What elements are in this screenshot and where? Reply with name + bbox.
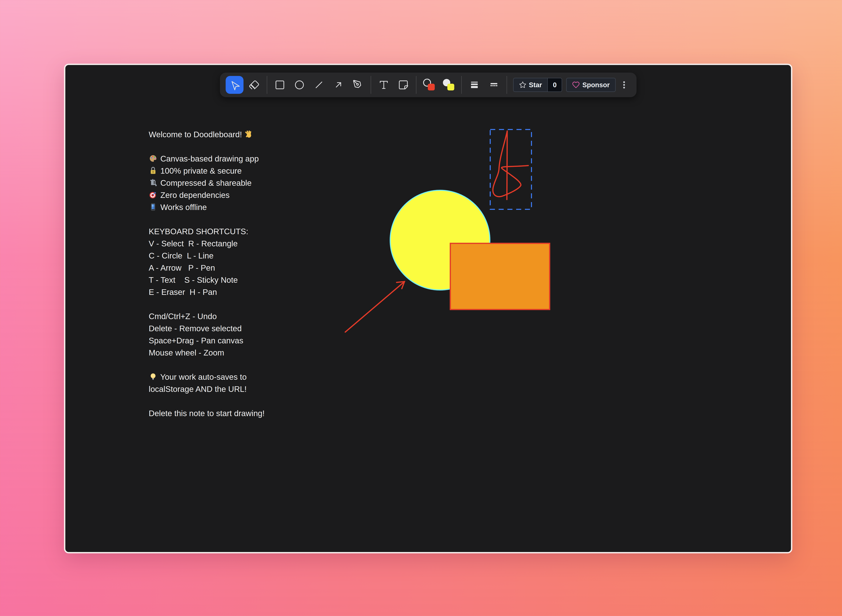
star-label: Star — [529, 81, 542, 89]
kebab-icon — [620, 81, 628, 89]
star-count[interactable]: 0 — [547, 78, 562, 91]
stroke-color-icon — [422, 78, 435, 91]
clamp-emoji — [149, 178, 158, 187]
arrow-icon — [333, 79, 344, 90]
phone-emoji — [149, 202, 158, 211]
line-tool-button[interactable] — [310, 76, 328, 94]
line-icon — [313, 79, 324, 90]
sponsor-button[interactable]: Sponsor — [566, 78, 616, 92]
stroke-style-button[interactable] — [485, 76, 503, 94]
sticky-note-icon — [398, 79, 409, 90]
star-icon — [519, 81, 526, 89]
stroke-width-button[interactable] — [465, 76, 483, 94]
pen-tool-button[interactable] — [349, 76, 367, 94]
text-icon — [378, 79, 389, 90]
cursor-icon — [229, 79, 240, 90]
circle-icon — [294, 79, 305, 90]
stroke-color-button[interactable] — [420, 76, 438, 94]
drawing-canvas[interactable]: Welcome to Doodleboard! Canvas-based dra… — [64, 64, 792, 553]
fill-color-button[interactable] — [440, 76, 458, 94]
star-button[interactable]: Star — [513, 78, 547, 91]
bulb-emoji — [149, 373, 158, 381]
dart-emoji — [149, 191, 158, 199]
toolbar-separator — [371, 76, 371, 94]
stroke-style-icon — [489, 80, 499, 90]
eraser-tool-button[interactable] — [245, 76, 263, 94]
sticky-note-tool-button[interactable] — [394, 76, 412, 94]
palette-emoji — [149, 154, 158, 163]
toolbar-separator — [461, 76, 462, 94]
heart-icon — [572, 81, 580, 89]
stroke-width-icon — [469, 80, 479, 90]
drawn-rectangle[interactable] — [450, 243, 550, 309]
wave-emoji — [244, 130, 254, 139]
rectangle-icon — [274, 79, 285, 90]
github-star-widget: Star 0 — [513, 78, 562, 92]
pen-icon — [352, 79, 363, 90]
select-tool-button[interactable] — [226, 76, 244, 94]
eraser-icon — [249, 79, 259, 90]
welcome-note[interactable]: Welcome to Doodleboard! Canvas-based dra… — [149, 129, 264, 419]
circle-tool-button[interactable] — [290, 76, 308, 94]
rectangle-tool-button[interactable] — [271, 76, 289, 94]
drawn-arrow[interactable] — [345, 282, 405, 332]
toolbar-separator — [267, 76, 267, 94]
sponsor-label: Sponsor — [582, 81, 610, 89]
lock-emoji — [149, 166, 158, 175]
toolbar-separator — [506, 76, 507, 94]
text-tool-button[interactable] — [375, 76, 393, 94]
selection-box[interactable] — [490, 129, 531, 209]
overflow-menu-button[interactable] — [618, 76, 631, 94]
fill-color-icon — [442, 78, 455, 91]
drawn-pen-scribble[interactable] — [493, 131, 528, 199]
toolbar: Star 0 Sponsor — [220, 73, 637, 97]
toolbar-separator — [416, 76, 416, 94]
arrow-tool-button[interactable] — [329, 76, 347, 94]
